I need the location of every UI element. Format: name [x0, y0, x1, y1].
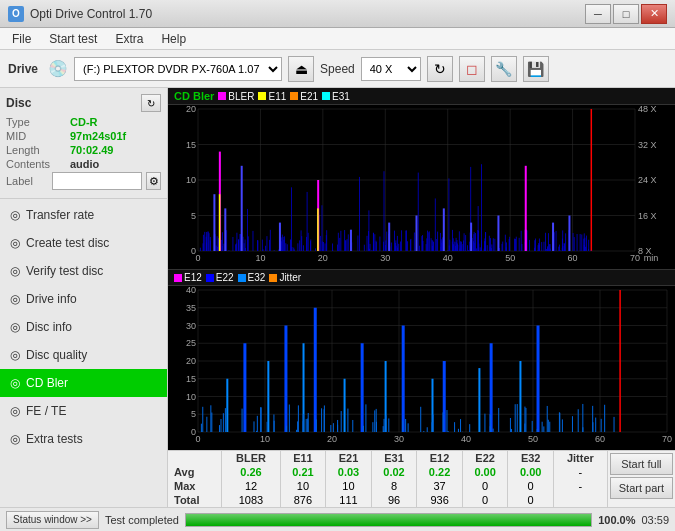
menu-start-test[interactable]: Start test	[41, 30, 105, 48]
nav-label: Disc info	[26, 320, 72, 334]
e22-color	[206, 274, 214, 282]
start-full-button[interactable]: Start full	[610, 453, 673, 475]
nav-label: CD Bler	[26, 376, 68, 390]
sidebar-item-disc-quality[interactable]: ◎ Disc quality	[0, 341, 167, 369]
disc-quality-icon: ◎	[10, 348, 20, 362]
sidebar-item-drive-info[interactable]: ◎ Drive info	[0, 285, 167, 313]
e12-color	[174, 274, 182, 282]
menu-help[interactable]: Help	[153, 30, 194, 48]
e31-color	[322, 92, 330, 100]
status-window-button[interactable]: Status window >>	[6, 511, 99, 529]
disc-label-input[interactable]	[52, 172, 142, 190]
sidebar-item-extra-tests[interactable]: ◎ Extra tests	[0, 425, 167, 453]
tools-button[interactable]: 🔧	[491, 56, 517, 82]
chart2-title: E12 E22 E32 Jitter	[168, 270, 675, 286]
menu-extra[interactable]: Extra	[107, 30, 151, 48]
drive-toolbar: Drive 💿 (F:) PLEXTOR DVDR PX-760A 1.07 ⏏…	[0, 50, 675, 88]
avg-e31: 0.02	[371, 465, 417, 479]
nav-label: Extra tests	[26, 432, 83, 446]
disc-type-label: Type	[6, 116, 66, 128]
total-bler: 1083	[222, 493, 280, 507]
total-jitter	[553, 493, 607, 507]
menu-file[interactable]: File	[4, 30, 39, 48]
chart2-canvas	[168, 286, 675, 450]
avg-e22: 0.00	[462, 465, 508, 479]
status-text: Test completed	[105, 514, 179, 526]
jitter-color	[269, 274, 277, 282]
sidebar-item-fe-te[interactable]: ◎ FE / TE	[0, 397, 167, 425]
chart1-cd-bler-label: CD Bler	[174, 90, 214, 102]
avg-e32: 0.00	[508, 465, 554, 479]
nav-label: Create test disc	[26, 236, 109, 250]
sidebar-item-transfer-rate[interactable]: ◎ Transfer rate	[0, 201, 167, 229]
statusbar: Status window >> Test completed 100.0% 0…	[0, 507, 675, 531]
sidebar-item-cd-bler[interactable]: ◎ CD Bler	[0, 369, 167, 397]
stats-total-row: Total 1083 876 111 96 936 0 0	[168, 493, 607, 507]
max-e31: 8	[371, 479, 417, 493]
max-label: Max	[168, 479, 222, 493]
e12-legend: E12	[174, 272, 202, 283]
e11-color	[258, 92, 266, 100]
verify-test-disc-icon: ◎	[10, 264, 20, 278]
stats-avg-row: Avg 0.26 0.21 0.03 0.02 0.22 0.00 0.00 -	[168, 465, 607, 479]
drive-info-icon: ◎	[10, 292, 20, 306]
menubar: File Start test Extra Help	[0, 28, 675, 50]
disc-contents-label: Contents	[6, 158, 66, 170]
col-header-e12: E12	[417, 451, 463, 465]
drive-select[interactable]: (F:) PLEXTOR DVDR PX-760A 1.07	[74, 57, 282, 81]
nav-label: Drive info	[26, 292, 77, 306]
col-header-e32: E32	[508, 451, 554, 465]
stats-wrapper: BLER E11 E21 E31 E12 E22 E32 Jitter	[168, 451, 675, 507]
disc-type-value: CD-R	[70, 116, 98, 128]
bler-legend: BLER	[218, 91, 254, 102]
stats-table-wrap: BLER E11 E21 E31 E12 E22 E32 Jitter	[168, 451, 608, 507]
avg-e21: 0.03	[326, 465, 372, 479]
sidebar-item-disc-info[interactable]: ◎ Disc info	[0, 313, 167, 341]
disc-length-label: Length	[6, 144, 66, 156]
e32-label: E32	[248, 272, 266, 283]
close-button[interactable]: ✕	[641, 4, 667, 24]
max-bler: 12	[222, 479, 280, 493]
e32-legend: E32	[238, 272, 266, 283]
minimize-button[interactable]: ─	[585, 4, 611, 24]
stats-buttons: Start full Start part	[608, 451, 675, 507]
e32-color	[238, 274, 246, 282]
sidebar: Disc ↻ Type CD-R MID 97m24s01f Length 70…	[0, 88, 168, 507]
stats-area: BLER E11 E21 E31 E12 E22 E32 Jitter	[168, 450, 675, 507]
eject-button[interactable]: ⏏	[288, 56, 314, 82]
start-part-button[interactable]: Start part	[610, 477, 673, 499]
e31-label: E31	[332, 91, 350, 102]
avg-e12: 0.22	[417, 465, 463, 479]
total-e11: 876	[280, 493, 326, 507]
col-header-jitter: Jitter	[553, 451, 607, 465]
sidebar-item-verify-test-disc[interactable]: ◎ Verify test disc	[0, 257, 167, 285]
speed-select[interactable]: 40 X	[361, 57, 421, 81]
disc-label-icon[interactable]: ⚙	[146, 172, 161, 190]
chart2-container: E12 E22 E32 Jitter	[168, 270, 675, 450]
speed-label: Speed	[320, 62, 355, 76]
total-label: Total	[168, 493, 222, 507]
col-header-e31: E31	[371, 451, 417, 465]
max-e22: 0	[462, 479, 508, 493]
refresh-button[interactable]: ↻	[427, 56, 453, 82]
erase-button[interactable]: ◻	[459, 56, 485, 82]
titlebar-left: O Opti Drive Control 1.70	[8, 6, 152, 22]
e21-color	[290, 92, 298, 100]
avg-jitter: -	[553, 465, 607, 479]
chart1-title: CD Bler BLER E11 E21 E31	[168, 88, 675, 105]
maximize-button[interactable]: □	[613, 4, 639, 24]
disc-contents-value: audio	[70, 158, 99, 170]
total-e21: 111	[326, 493, 372, 507]
save-button[interactable]: 💾	[523, 56, 549, 82]
disc-length-value: 70:02.49	[70, 144, 113, 156]
disc-refresh-button[interactable]: ↻	[141, 94, 161, 112]
bler-color	[218, 92, 226, 100]
max-e32: 0	[508, 479, 554, 493]
create-test-disc-icon: ◎	[10, 236, 20, 250]
avg-e11: 0.21	[280, 465, 326, 479]
window-controls: ─ □ ✕	[585, 4, 667, 24]
e22-legend: E22	[206, 272, 234, 283]
sidebar-item-create-test-disc[interactable]: ◎ Create test disc	[0, 229, 167, 257]
chart1-container: CD Bler BLER E11 E21 E31	[168, 88, 675, 270]
avg-label: Avg	[168, 465, 222, 479]
